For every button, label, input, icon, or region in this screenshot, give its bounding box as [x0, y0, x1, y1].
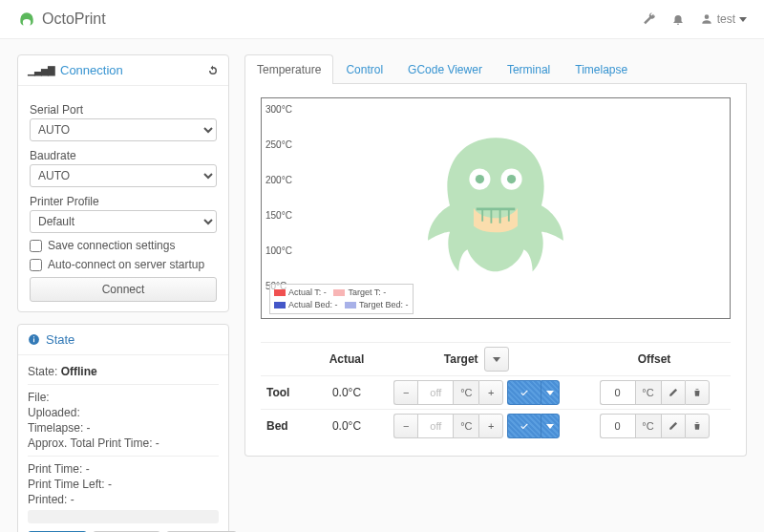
header-actual: Actual [318, 352, 375, 366]
save-connection-checkbox[interactable]: Save connection settings [30, 239, 217, 252]
header-target: Target [375, 347, 578, 372]
print-time-left-line: Print Time Left: - [28, 478, 219, 491]
state-header[interactable]: State [18, 325, 228, 355]
wrench-icon[interactable] [643, 12, 656, 26]
legend-swatch-target-bed [345, 302, 356, 309]
printer-profile-label: Printer Profile [30, 195, 217, 208]
chart-legend: Actual T: - Target T: - Actual Bed: - Ta… [269, 284, 414, 314]
legend-swatch-target-t [333, 289, 345, 296]
signal-icon: ▁▃▅▇ [28, 65, 54, 75]
save-connection-input[interactable] [30, 240, 42, 252]
nav-right: test [643, 12, 747, 26]
printer-profile-select[interactable]: Default [30, 210, 217, 233]
serial-port-label: Serial Port [30, 103, 217, 117]
brand: OctoPrint [17, 10, 106, 29]
target-increment[interactable]: + [478, 414, 503, 438]
chart-ytick: 100°C [265, 245, 292, 256]
target-decrement[interactable]: − [393, 380, 417, 405]
autoconnect-checkbox[interactable]: Auto-connect on server startup [30, 258, 217, 271]
offset-edit[interactable] [661, 414, 685, 438]
info-icon [28, 333, 40, 346]
octoprint-logo-icon [17, 10, 36, 29]
baudrate-label: Baudrate [30, 149, 217, 162]
user-name: test [717, 12, 735, 26]
offset-delete[interactable] [685, 380, 710, 405]
chart-ytick: 300°C [265, 104, 292, 115]
user-icon [700, 12, 713, 26]
printed-line: Printed: - [28, 493, 219, 506]
user-menu[interactable]: test [700, 12, 747, 26]
target-decrement[interactable]: − [393, 414, 417, 438]
target-increment[interactable]: + [478, 380, 503, 405]
tab-temperature[interactable]: Temperature [244, 54, 333, 84]
baudrate-select[interactable]: AUTO [30, 164, 217, 187]
file-line: File: [28, 391, 219, 404]
svg-point-6 [476, 175, 484, 183]
row-name: Tool [261, 386, 318, 399]
connection-header[interactable]: ▁▃▅▇ Connection [28, 63, 123, 77]
svg-point-7 [507, 175, 516, 183]
chart-ytick: 200°C [265, 175, 292, 185]
chart-ytick: 250°C [265, 139, 292, 150]
temperature-chart: 300°C250°C200°C150°C100°C50°C Actual T: … [261, 97, 731, 319]
tab-gcode-viewer[interactable]: GCode Viewer [395, 54, 495, 84]
svg-rect-2 [33, 336, 34, 337]
uploaded-line: Uploaded: [28, 406, 219, 419]
bell-icon[interactable] [671, 12, 685, 26]
row-name: Bed [261, 419, 318, 433]
target-input[interactable]: off [417, 380, 453, 405]
approx-line: Approx. Total Print Time: - [28, 436, 219, 450]
header-offset: Offset [578, 352, 731, 366]
target-preset-dropdown[interactable] [541, 380, 560, 405]
state-line: State: Offline [28, 365, 219, 378]
target-set-button[interactable] [507, 380, 541, 405]
table-header: Actual Target Offset [261, 342, 731, 375]
timelapse-line: Timelapse: - [28, 421, 219, 435]
caret-down-icon [739, 17, 747, 22]
navbar: OctoPrint test [0, 0, 764, 39]
chart-ytick: 150°C [265, 210, 292, 221]
serial-port-select[interactable]: AUTO [30, 118, 217, 141]
offset-input[interactable]: 0 [600, 414, 635, 438]
autoconnect-input[interactable] [30, 259, 42, 271]
state-panel: State State: Offline File: Uploaded: Tim… [17, 324, 229, 532]
tab-terminal[interactable]: Terminal [495, 54, 562, 84]
target-unit: °C [453, 414, 478, 438]
row-actual: 0.0°C [318, 386, 375, 399]
svg-rect-1 [33, 338, 34, 342]
offset-unit: °C [635, 380, 661, 405]
legend-swatch-actual-t [274, 289, 286, 296]
octopus-watermark-icon [408, 125, 584, 292]
target-input[interactable]: off [417, 414, 453, 438]
offset-unit: °C [635, 414, 661, 438]
temperature-table: Actual Target Offset Tool0.0°C−off°C+ 0°… [261, 342, 731, 442]
progress-bar [28, 510, 219, 523]
tab-timelapse[interactable]: Timelapse [562, 54, 640, 84]
offset-edit[interactable] [661, 380, 685, 405]
offset-input[interactable]: 0 [600, 380, 635, 405]
target-preset-dropdown[interactable] [541, 414, 560, 438]
target-unit: °C [453, 380, 478, 405]
print-time-line: Print Time: - [28, 462, 219, 476]
tab-control[interactable]: Control [333, 54, 395, 84]
table-row: Bed0.0°C−off°C+ 0°C [261, 409, 731, 442]
table-row: Tool0.0°C−off°C+ 0°C [261, 375, 731, 409]
refresh-icon[interactable] [207, 65, 219, 76]
row-actual: 0.0°C [318, 419, 375, 433]
tab-bar: Temperature Control GCode Viewer Termina… [244, 54, 747, 84]
tab-content: 300°C250°C200°C150°C100°C50°C Actual T: … [244, 84, 747, 457]
target-dropdown[interactable] [484, 347, 509, 372]
connection-panel: ▁▃▅▇ Connection Serial Port AUTO Baudrat… [17, 54, 229, 312]
offset-delete[interactable] [685, 414, 710, 438]
legend-swatch-actual-bed [274, 302, 286, 309]
target-set-button[interactable] [507, 414, 541, 438]
connect-button[interactable]: Connect [30, 277, 217, 302]
brand-text: OctoPrint [42, 11, 106, 28]
